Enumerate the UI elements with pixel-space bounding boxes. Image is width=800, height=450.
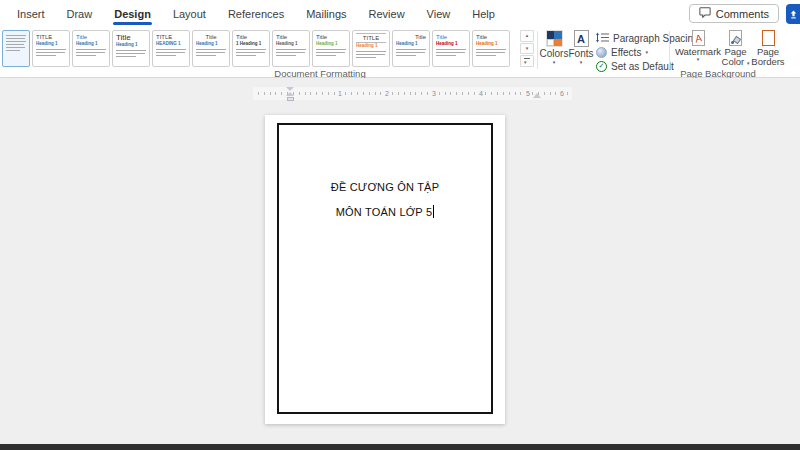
chevron-down-icon: ▾ bbox=[553, 60, 556, 65]
ribbon-tabs: InsertDrawDesignLayoutReferencesMailings… bbox=[0, 0, 800, 27]
style-set-thumbnail[interactable]: TITLEHeading 1 bbox=[32, 30, 70, 67]
style-set-thumbnail[interactable]: TITLEHEADING 1 bbox=[152, 30, 190, 67]
taskbar-edge-strip bbox=[0, 444, 800, 450]
document-text: ĐỀ CƯƠNG ÔN TẬP MÔN TOÁN LỚP 5 bbox=[279, 175, 491, 225]
page-color-icon bbox=[729, 30, 742, 46]
theme-colors-icon bbox=[546, 30, 563, 47]
share-button[interactable] bbox=[786, 4, 800, 24]
document-workspace: 123456 ĐỀ CƯƠNG ÔN TẬP MÔN TOÁN LỚP 5 bbox=[0, 78, 800, 450]
colors-button[interactable]: Colors ▾ bbox=[540, 30, 568, 65]
tab-insert[interactable]: Insert bbox=[6, 0, 56, 27]
comments-label: Comments bbox=[716, 8, 769, 20]
comments-button[interactable]: Comments bbox=[689, 4, 779, 23]
text-cursor bbox=[433, 205, 434, 218]
tab-view[interactable]: View bbox=[416, 0, 462, 27]
page-borders-label-line2: Borders bbox=[751, 57, 784, 66]
ruler-number: 2 bbox=[385, 90, 389, 97]
style-set-thumbnail[interactable] bbox=[2, 30, 30, 67]
set-as-default-label: Set as Default bbox=[611, 61, 674, 72]
page-color-button[interactable]: Page Color ▾ bbox=[719, 30, 752, 66]
tabbar-right: Comments bbox=[689, 0, 800, 27]
tab-help[interactable]: Help bbox=[461, 0, 506, 27]
page-borders-label-line1: Page bbox=[757, 47, 779, 56]
tab-review[interactable]: Review bbox=[358, 0, 416, 27]
gallery-scroll-up-icon[interactable]: ▴ bbox=[520, 30, 534, 42]
colors-label: Colors bbox=[540, 48, 569, 59]
effects-icon bbox=[596, 47, 607, 58]
effects-label: Effects bbox=[611, 47, 641, 58]
page-borders-button[interactable]: Page Borders bbox=[749, 30, 787, 66]
style-set-thumbnail[interactable]: TitleHeading 1 bbox=[432, 30, 470, 67]
style-gallery: TITLEHeading 1TitleHeading 1TitleHeading… bbox=[2, 30, 519, 67]
gallery-more-icon[interactable]: ▾ bbox=[520, 55, 534, 67]
fonts-label: Fonts bbox=[569, 48, 594, 59]
check-circle-icon: ✓ bbox=[596, 61, 607, 72]
page-border-box: ĐỀ CƯƠNG ÔN TẬP MÔN TOÁN LỚP 5 bbox=[277, 123, 493, 414]
tab-layout[interactable]: Layout bbox=[162, 0, 217, 27]
chevron-down-icon: ▾ bbox=[697, 57, 700, 62]
document-title-line2: MÔN TOÁN LỚP 5 bbox=[279, 200, 491, 225]
page-color-label-line1: Page bbox=[724, 47, 746, 56]
style-set-thumbnail[interactable]: TitleHeading 1 bbox=[272, 30, 310, 67]
ruler: 123456 bbox=[253, 87, 572, 100]
document-title-line1: ĐỀ CƯƠNG ÔN TẬP bbox=[279, 175, 491, 200]
group-divider bbox=[669, 31, 670, 69]
style-set-thumbnail[interactable]: TitleHeading 1 bbox=[392, 30, 430, 67]
style-set-thumbnail[interactable]: TitleHeading 1 bbox=[192, 30, 230, 67]
word-window: InsertDrawDesignLayoutReferencesMailings… bbox=[0, 0, 800, 450]
page-color-label-line2: Color ▾ bbox=[722, 57, 750, 66]
ruler-number: 5 bbox=[526, 90, 530, 97]
ruler-number: 1 bbox=[338, 90, 342, 97]
comment-bubble-icon bbox=[699, 7, 711, 20]
share-icon bbox=[789, 5, 798, 23]
watermark-icon: A bbox=[692, 30, 705, 46]
document-page[interactable]: ĐỀ CƯƠNG ÔN TẬP MÔN TOÁN LỚP 5 bbox=[265, 115, 505, 424]
gallery-scroll-down-icon[interactable]: ▾ bbox=[520, 43, 534, 55]
tab-draw[interactable]: Draw bbox=[56, 0, 104, 27]
style-set-thumbnail[interactable]: TitleHeading 1 bbox=[472, 30, 510, 67]
chevron-down-icon: ▾ bbox=[580, 60, 583, 65]
first-line-indent-marker[interactable] bbox=[286, 87, 294, 91]
gallery-scroll: ▴ ▾ ▾ bbox=[520, 30, 534, 67]
ruler-number: 4 bbox=[479, 90, 483, 97]
tab-references[interactable]: References bbox=[217, 0, 295, 27]
style-set-thumbnail[interactable]: TitleHeading 1 bbox=[72, 30, 110, 67]
group-divider bbox=[537, 31, 538, 69]
chevron-down-icon: ▾ bbox=[645, 50, 648, 55]
style-set-thumbnail[interactable]: Title1 Heading 1 bbox=[232, 30, 270, 67]
ruler-number: 3 bbox=[432, 90, 436, 97]
tab-design[interactable]: Design bbox=[103, 0, 162, 27]
style-set-thumbnail[interactable]: TitleHeading 1 bbox=[312, 30, 350, 67]
fonts-icon: A bbox=[574, 30, 589, 47]
watermark-button[interactable]: A Watermark ▾ bbox=[676, 30, 720, 62]
watermark-label: Watermark bbox=[675, 47, 721, 56]
page-borders-icon bbox=[762, 30, 775, 46]
paragraph-spacing-icon bbox=[596, 32, 609, 45]
style-set-thumbnail[interactable]: TITLEHeading 1 bbox=[352, 30, 390, 67]
ribbon-tab-bar: InsertDrawDesignLayoutReferencesMailings… bbox=[0, 0, 800, 27]
left-indent-marker[interactable] bbox=[287, 97, 294, 101]
ruler-number: 6 bbox=[560, 90, 564, 97]
tab-mailings[interactable]: Mailings bbox=[295, 0, 357, 27]
design-ribbon: TITLEHeading 1TitleHeading 1TitleHeading… bbox=[0, 27, 800, 78]
style-set-thumbnail[interactable]: TitleHeading 1 bbox=[112, 30, 150, 67]
fonts-button[interactable]: A Fonts ▾ bbox=[569, 30, 593, 65]
